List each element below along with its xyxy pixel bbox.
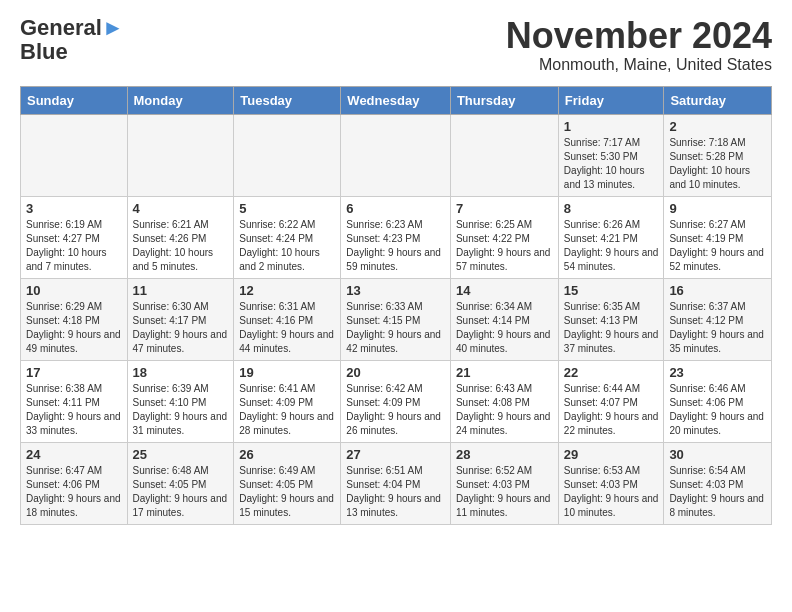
cell-day-number: 22 [564,365,659,380]
calendar-cell [450,114,558,196]
cell-day-number: 19 [239,365,335,380]
calendar-cell [341,114,451,196]
calendar-day-header: Wednesday [341,86,451,114]
calendar-cell [127,114,234,196]
cell-detail: Sunrise: 6:51 AM Sunset: 4:04 PM Dayligh… [346,464,445,520]
cell-day-number: 9 [669,201,766,216]
calendar-cell: 21Sunrise: 6:43 AM Sunset: 4:08 PM Dayli… [450,360,558,442]
calendar-day-header: Sunday [21,86,128,114]
calendar-cell: 13Sunrise: 6:33 AM Sunset: 4:15 PM Dayli… [341,278,451,360]
calendar-cell: 2Sunrise: 7:18 AM Sunset: 5:28 PM Daylig… [664,114,772,196]
cell-detail: Sunrise: 6:26 AM Sunset: 4:21 PM Dayligh… [564,218,659,274]
calendar-cell: 14Sunrise: 6:34 AM Sunset: 4:14 PM Dayli… [450,278,558,360]
calendar-cell: 12Sunrise: 6:31 AM Sunset: 4:16 PM Dayli… [234,278,341,360]
cell-detail: Sunrise: 6:49 AM Sunset: 4:05 PM Dayligh… [239,464,335,520]
cell-day-number: 15 [564,283,659,298]
logo-blue-text: Blue [20,40,68,64]
calendar-header: SundayMondayTuesdayWednesdayThursdayFrid… [21,86,772,114]
cell-day-number: 3 [26,201,122,216]
calendar-header-row: SundayMondayTuesdayWednesdayThursdayFrid… [21,86,772,114]
calendar-cell: 16Sunrise: 6:37 AM Sunset: 4:12 PM Dayli… [664,278,772,360]
calendar-cell: 11Sunrise: 6:30 AM Sunset: 4:17 PM Dayli… [127,278,234,360]
calendar-cell: 19Sunrise: 6:41 AM Sunset: 4:09 PM Dayli… [234,360,341,442]
calendar-cell: 22Sunrise: 6:44 AM Sunset: 4:07 PM Dayli… [558,360,664,442]
calendar-cell: 8Sunrise: 6:26 AM Sunset: 4:21 PM Daylig… [558,196,664,278]
cell-detail: Sunrise: 6:30 AM Sunset: 4:17 PM Dayligh… [133,300,229,356]
cell-detail: Sunrise: 6:23 AM Sunset: 4:23 PM Dayligh… [346,218,445,274]
cell-detail: Sunrise: 6:37 AM Sunset: 4:12 PM Dayligh… [669,300,766,356]
cell-day-number: 27 [346,447,445,462]
cell-detail: Sunrise: 6:41 AM Sunset: 4:09 PM Dayligh… [239,382,335,438]
cell-detail: Sunrise: 6:39 AM Sunset: 4:10 PM Dayligh… [133,382,229,438]
cell-detail: Sunrise: 6:52 AM Sunset: 4:03 PM Dayligh… [456,464,553,520]
calendar-cell: 1Sunrise: 7:17 AM Sunset: 5:30 PM Daylig… [558,114,664,196]
page-subtitle: Monmouth, Maine, United States [506,56,772,74]
cell-day-number: 25 [133,447,229,462]
calendar-week-row: 1Sunrise: 7:17 AM Sunset: 5:30 PM Daylig… [21,114,772,196]
cell-day-number: 2 [669,119,766,134]
calendar-cell: 10Sunrise: 6:29 AM Sunset: 4:18 PM Dayli… [21,278,128,360]
calendar-week-row: 10Sunrise: 6:29 AM Sunset: 4:18 PM Dayli… [21,278,772,360]
cell-detail: Sunrise: 6:27 AM Sunset: 4:19 PM Dayligh… [669,218,766,274]
cell-detail: Sunrise: 6:25 AM Sunset: 4:22 PM Dayligh… [456,218,553,274]
cell-day-number: 30 [669,447,766,462]
calendar-body: 1Sunrise: 7:17 AM Sunset: 5:30 PM Daylig… [21,114,772,524]
cell-detail: Sunrise: 6:53 AM Sunset: 4:03 PM Dayligh… [564,464,659,520]
cell-day-number: 21 [456,365,553,380]
calendar-day-header: Monday [127,86,234,114]
cell-detail: Sunrise: 6:31 AM Sunset: 4:16 PM Dayligh… [239,300,335,356]
cell-day-number: 1 [564,119,659,134]
cell-day-number: 14 [456,283,553,298]
calendar-week-row: 24Sunrise: 6:47 AM Sunset: 4:06 PM Dayli… [21,442,772,524]
cell-detail: Sunrise: 6:22 AM Sunset: 4:24 PM Dayligh… [239,218,335,274]
cell-detail: Sunrise: 6:21 AM Sunset: 4:26 PM Dayligh… [133,218,229,274]
page-title: November 2024 [506,16,772,56]
cell-detail: Sunrise: 6:35 AM Sunset: 4:13 PM Dayligh… [564,300,659,356]
calendar-cell: 6Sunrise: 6:23 AM Sunset: 4:23 PM Daylig… [341,196,451,278]
cell-day-number: 12 [239,283,335,298]
calendar-cell: 23Sunrise: 6:46 AM Sunset: 4:06 PM Dayli… [664,360,772,442]
calendar-cell: 25Sunrise: 6:48 AM Sunset: 4:05 PM Dayli… [127,442,234,524]
cell-detail: Sunrise: 6:19 AM Sunset: 4:27 PM Dayligh… [26,218,122,274]
logo: General► Blue [20,16,124,64]
calendar-cell: 26Sunrise: 6:49 AM Sunset: 4:05 PM Dayli… [234,442,341,524]
cell-day-number: 11 [133,283,229,298]
calendar-cell [234,114,341,196]
cell-detail: Sunrise: 6:47 AM Sunset: 4:06 PM Dayligh… [26,464,122,520]
cell-day-number: 26 [239,447,335,462]
calendar-week-row: 3Sunrise: 6:19 AM Sunset: 4:27 PM Daylig… [21,196,772,278]
cell-day-number: 13 [346,283,445,298]
cell-day-number: 8 [564,201,659,216]
calendar-cell: 3Sunrise: 6:19 AM Sunset: 4:27 PM Daylig… [21,196,128,278]
calendar-cell: 24Sunrise: 6:47 AM Sunset: 4:06 PM Dayli… [21,442,128,524]
logo-text: General► [20,16,124,40]
cell-detail: Sunrise: 6:29 AM Sunset: 4:18 PM Dayligh… [26,300,122,356]
cell-detail: Sunrise: 6:46 AM Sunset: 4:06 PM Dayligh… [669,382,766,438]
cell-day-number: 17 [26,365,122,380]
cell-day-number: 23 [669,365,766,380]
cell-detail: Sunrise: 7:18 AM Sunset: 5:28 PM Dayligh… [669,136,766,192]
calendar-cell: 17Sunrise: 6:38 AM Sunset: 4:11 PM Dayli… [21,360,128,442]
cell-day-number: 6 [346,201,445,216]
calendar-cell: 15Sunrise: 6:35 AM Sunset: 4:13 PM Dayli… [558,278,664,360]
calendar-cell: 27Sunrise: 6:51 AM Sunset: 4:04 PM Dayli… [341,442,451,524]
cell-day-number: 18 [133,365,229,380]
page-header: General► Blue November 2024 Monmouth, Ma… [20,16,772,74]
calendar-cell: 28Sunrise: 6:52 AM Sunset: 4:03 PM Dayli… [450,442,558,524]
calendar-cell: 30Sunrise: 6:54 AM Sunset: 4:03 PM Dayli… [664,442,772,524]
calendar-day-header: Friday [558,86,664,114]
calendar-week-row: 17Sunrise: 6:38 AM Sunset: 4:11 PM Dayli… [21,360,772,442]
cell-detail: Sunrise: 6:48 AM Sunset: 4:05 PM Dayligh… [133,464,229,520]
cell-detail: Sunrise: 6:34 AM Sunset: 4:14 PM Dayligh… [456,300,553,356]
calendar-day-header: Tuesday [234,86,341,114]
cell-day-number: 5 [239,201,335,216]
calendar-cell [21,114,128,196]
cell-detail: Sunrise: 6:44 AM Sunset: 4:07 PM Dayligh… [564,382,659,438]
calendar-cell: 7Sunrise: 6:25 AM Sunset: 4:22 PM Daylig… [450,196,558,278]
cell-day-number: 29 [564,447,659,462]
calendar-day-header: Thursday [450,86,558,114]
cell-detail: Sunrise: 6:43 AM Sunset: 4:08 PM Dayligh… [456,382,553,438]
calendar-cell: 20Sunrise: 6:42 AM Sunset: 4:09 PM Dayli… [341,360,451,442]
cell-day-number: 4 [133,201,229,216]
cell-detail: Sunrise: 7:17 AM Sunset: 5:30 PM Dayligh… [564,136,659,192]
